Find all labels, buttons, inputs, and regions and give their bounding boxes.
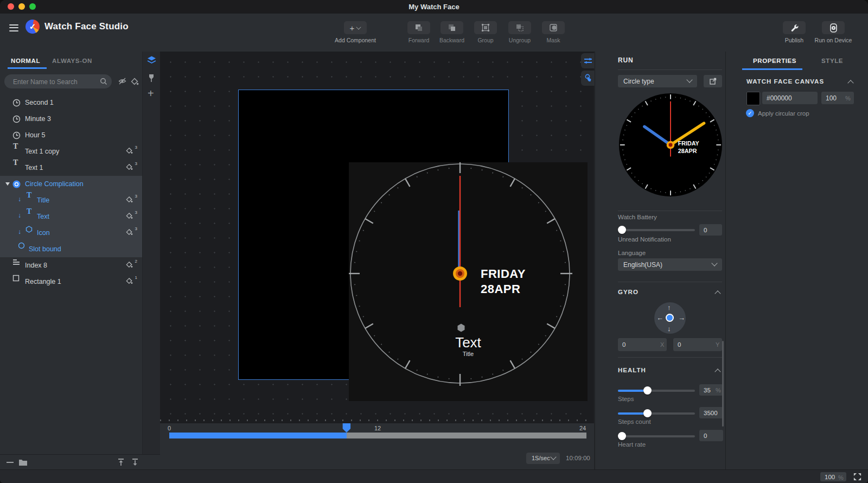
opacity-percent: % <box>845 95 851 101</box>
backward-button[interactable] <box>441 21 463 34</box>
watch-face-area[interactable]: FRIDAY 28APR Text Title <box>349 162 588 401</box>
layer-row-text1[interactable]: T Text 1 3 <box>0 160 142 176</box>
theme-palette-icon[interactable]: 3 <box>126 147 136 156</box>
run-controls-tab[interactable] <box>581 53 595 68</box>
touch-gesture-icon <box>584 74 592 82</box>
battery-slider[interactable] <box>618 226 695 234</box>
layer-search <box>4 74 112 88</box>
collapse-gyro-icon[interactable] <box>714 290 720 296</box>
design-canvas[interactable]: FRIDAY 28APR Text Title <box>160 52 594 423</box>
rectangle-shape-icon <box>12 275 20 282</box>
ungroup-button[interactable] <box>508 21 531 34</box>
layer-row-hour[interactable]: Hour 5 <box>0 127 142 143</box>
device-type-select[interactable]: Circle type <box>618 75 697 87</box>
layer-row-circle-complication[interactable]: Circle Complication <box>0 176 142 192</box>
heart-rate-value-input[interactable] <box>699 430 723 441</box>
heart-rate-slider-knob[interactable] <box>618 432 626 440</box>
steps-count-value-input[interactable] <box>699 407 723 418</box>
tab-properties[interactable]: PROPERTIES <box>753 58 796 64</box>
slot-text[interactable]: Text <box>349 334 588 351</box>
heart-rate-slider[interactable] <box>618 433 695 440</box>
folder-icon[interactable] <box>18 459 28 466</box>
layers-icon[interactable] <box>147 56 156 64</box>
remove-layer-minus-icon[interactable] <box>7 462 14 463</box>
steps-slider[interactable] <box>618 387 695 395</box>
text-type-icon: T <box>27 207 31 216</box>
expander-triangle-icon[interactable] <box>5 182 10 186</box>
gyro-y-input[interactable] <box>673 338 722 351</box>
run-on-device-button[interactable] <box>822 21 845 34</box>
battery-slider-knob[interactable] <box>618 226 626 234</box>
theme-palette-icon[interactable]: 3 <box>126 196 136 205</box>
language-select[interactable]: English(USA) <box>618 258 722 271</box>
theme-palette-icon[interactable]: 2 <box>126 261 136 270</box>
fit-to-screen-icon[interactable] <box>853 472 862 481</box>
touch-tab[interactable] <box>581 71 595 86</box>
run-panel-scrollbar[interactable] <box>722 341 724 427</box>
layer-row-text[interactable]: ↓ T Text 3 <box>0 208 142 225</box>
selection-rect[interactable]: FRIDAY 28APR Text Title <box>238 90 509 380</box>
import-icon[interactable] <box>117 458 125 466</box>
layer-row-slot-bound[interactable]: Slot bound <box>0 241 142 257</box>
publish-button[interactable] <box>783 21 806 34</box>
pin-icon[interactable] <box>148 74 155 82</box>
playback-speed-value: 1S/sec <box>532 455 550 461</box>
open-in-window-icon <box>710 78 717 85</box>
theme-palette-icon[interactable]: 3 <box>126 212 136 221</box>
tab-normal-underline <box>8 67 47 69</box>
canvas-color-hex-input[interactable] <box>762 92 818 104</box>
theme-palette-all-icon[interactable] <box>131 78 139 85</box>
layer-row-icon[interactable]: ↓ Icon 3 <box>0 225 142 241</box>
slot-title[interactable]: Title <box>349 351 588 357</box>
gyro-joystick[interactable]: ↑ ↓ ← → <box>654 302 686 334</box>
language-value: English(USA) <box>623 261 662 269</box>
layer-row-minute[interactable]: Minute 3 <box>0 111 142 127</box>
menu-hamburger-icon[interactable] <box>9 22 18 33</box>
layer-row-second[interactable]: Second 1 <box>0 94 142 111</box>
open-preview-button[interactable] <box>704 75 722 87</box>
zoom-percent: % <box>838 474 844 481</box>
date-line2-text[interactable]: 28APR <box>481 282 520 297</box>
forward-button[interactable] <box>407 21 430 34</box>
search-icon[interactable] <box>100 78 107 85</box>
date-day-text[interactable]: FRIDAY <box>481 266 526 282</box>
hide-all-eye-icon[interactable] <box>118 78 126 85</box>
collapse-canvas-section-icon[interactable] <box>847 80 853 86</box>
add-component-label: Add Component <box>331 37 380 43</box>
arrow-left-icon: ← <box>656 314 663 321</box>
steps-count-slider[interactable] <box>618 410 695 417</box>
canvas-color-swatch[interactable] <box>746 92 760 105</box>
timeline-playhead[interactable] <box>342 423 350 433</box>
collapse-health-icon[interactable] <box>714 368 720 374</box>
arrow-right-icon: → <box>678 314 685 321</box>
toolbar: ✓ Watch Face Studio + Add Component Forw… <box>0 14 868 52</box>
mask-button[interactable] <box>542 21 565 34</box>
search-input[interactable] <box>12 75 95 89</box>
gyro-x-input[interactable] <box>618 338 667 351</box>
layer-row-title[interactable]: ↓ T Title 3 <box>0 192 142 208</box>
arrow-down-icon: ↓ <box>667 325 671 332</box>
steps-slider-knob[interactable] <box>643 386 652 395</box>
layer-row-rectangle[interactable]: Rectangle 1 1 <box>0 274 142 290</box>
slot-hexagon-icon[interactable] <box>456 323 466 333</box>
add-component-button[interactable]: + <box>344 21 367 34</box>
tab-style[interactable]: STYLE <box>821 58 843 64</box>
layer-row-text1copy[interactable]: T Text 1 copy 3 <box>0 143 142 160</box>
theme-palette-icon[interactable]: 3 <box>126 228 136 237</box>
tab-normal[interactable]: NORMAL <box>11 58 40 64</box>
theme-palette-icon[interactable]: 3 <box>126 163 136 172</box>
circular-crop-label: Apply circular crop <box>758 110 809 117</box>
timeline-track[interactable] <box>169 433 586 438</box>
battery-value-input[interactable] <box>699 224 722 236</box>
add-guide-plus-icon[interactable]: + <box>148 87 154 100</box>
tab-always-on[interactable]: ALWAYS-ON <box>52 58 92 64</box>
layer-row-index[interactable]: Index 8 2 <box>0 257 142 274</box>
steps-count-slider-knob[interactable] <box>643 409 652 417</box>
export-icon[interactable] <box>131 458 139 466</box>
playback-speed-select[interactable]: 1S/sec <box>526 453 560 464</box>
gyro-joystick-dot[interactable] <box>666 314 674 322</box>
group-button[interactable] <box>474 21 497 34</box>
complication-icon <box>12 180 21 188</box>
circular-crop-checkbox[interactable]: ✓ <box>746 109 754 117</box>
theme-palette-icon[interactable]: 1 <box>126 277 136 286</box>
